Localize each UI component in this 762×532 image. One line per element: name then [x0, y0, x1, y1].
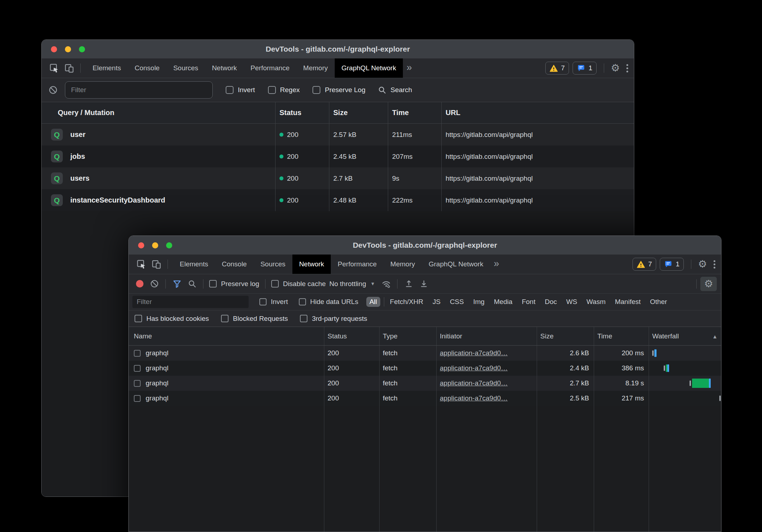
network-conditions-icon[interactable]: [380, 278, 392, 290]
tab-memory[interactable]: Memory: [384, 255, 422, 274]
query-row-user[interactable]: Quser2002.57 kB211mshttps://gitlab.com/a…: [42, 124, 634, 146]
tab-graphql-network[interactable]: GraphQL Network: [422, 255, 490, 274]
tab-console[interactable]: Console: [128, 58, 166, 78]
tab-network[interactable]: Network: [205, 58, 244, 78]
column-header-time[interactable]: Time: [388, 102, 442, 123]
more-options-icon[interactable]: [714, 260, 715, 269]
tab-memory[interactable]: Memory: [296, 58, 335, 78]
request-row[interactable]: graphql200fetchapplication-a7ca9d0…2.5 k…: [129, 391, 721, 406]
filter-type-ws[interactable]: WS: [566, 298, 577, 306]
filter-type-media[interactable]: Media: [494, 298, 513, 306]
import-har-icon[interactable]: [403, 278, 414, 290]
filter-type-fetch-xhr[interactable]: Fetch/XHR: [390, 298, 423, 306]
filter-funnel-icon[interactable]: [171, 278, 183, 290]
front-titlebar[interactable]: DevTools - gitlab.com/-/graphql-explorer: [129, 236, 721, 255]
messages-badge[interactable]: 1: [573, 62, 597, 75]
tab-performance[interactable]: Performance: [244, 58, 296, 78]
tab-sources[interactable]: Sources: [166, 58, 205, 78]
option-blocked-requests[interactable]: Blocked Requests: [221, 315, 288, 323]
more-options-icon[interactable]: [626, 64, 628, 72]
filter-type-css[interactable]: CSS: [450, 298, 464, 306]
query-row-users[interactable]: Qusers2002.7 kB9shttps://gitlab.com/api/…: [42, 167, 634, 189]
filter-type-img[interactable]: Img: [473, 298, 485, 306]
disable-cache-checkbox[interactable]: Disable cache: [271, 280, 326, 288]
initiator-link[interactable]: application-a7ca9d0…: [440, 349, 508, 357]
column-header-url[interactable]: URL: [442, 102, 634, 123]
filter-type-manifest[interactable]: Manifest: [615, 298, 641, 306]
request-row[interactable]: graphql200fetchapplication-a7ca9d0…2.4 k…: [129, 361, 721, 376]
query-size-cell: 2.57 kB: [329, 124, 388, 146]
zoom-button[interactable]: [79, 46, 85, 52]
filter-type-all[interactable]: All: [366, 297, 380, 307]
invert-checkbox[interactable]: Invert: [226, 86, 255, 94]
request-row[interactable]: graphql200fetchapplication-a7ca9d0…2.7 k…: [129, 376, 721, 391]
tab-console[interactable]: Console: [215, 255, 254, 274]
more-tabs-icon[interactable]: »: [494, 258, 499, 269]
zoom-button[interactable]: [166, 242, 172, 248]
clear-network-log-icon[interactable]: [149, 278, 160, 290]
back-titlebar[interactable]: DevTools - gitlab.com/-/graphql-explorer: [42, 40, 634, 58]
column-header-query-mutation[interactable]: Query / Mutation: [42, 102, 276, 123]
settings-gear-icon[interactable]: ⚙: [610, 62, 621, 74]
export-har-icon[interactable]: [418, 278, 429, 290]
regex-checkbox[interactable]: Regex: [268, 86, 300, 94]
column-header-initiator[interactable]: Initiator: [437, 327, 537, 345]
column-header-type[interactable]: Type: [380, 327, 437, 345]
settings-gear-icon[interactable]: ⚙: [697, 258, 708, 270]
column-header-status[interactable]: Status: [276, 102, 329, 123]
search-control[interactable]: Search: [377, 85, 412, 95]
filter-type-doc[interactable]: Doc: [545, 298, 557, 306]
minimize-button[interactable]: [65, 46, 71, 52]
query-row-jobs[interactable]: Qjobs2002.45 kB207mshttps://gitlab.com/a…: [42, 146, 634, 167]
tab-graphql-network[interactable]: GraphQL Network: [335, 58, 403, 78]
initiator-link[interactable]: application-a7ca9d0…: [440, 394, 508, 402]
tab-elements[interactable]: Elements: [173, 255, 215, 274]
request-checkbox[interactable]: [134, 350, 141, 357]
device-toolbar-icon[interactable]: [151, 258, 162, 270]
record-button[interactable]: [136, 280, 144, 288]
minimize-button[interactable]: [152, 242, 158, 248]
network-settings-gear-icon[interactable]: ⚙: [700, 277, 717, 291]
option-has-blocked-cookies[interactable]: Has blocked cookies: [135, 315, 209, 323]
query-row-instancesecuritydashboard[interactable]: QinstanceSecurityDashboard2002.48 kB222m…: [42, 189, 634, 211]
filter-type-font[interactable]: Font: [522, 298, 535, 306]
clear-icon[interactable]: [47, 84, 59, 96]
inspect-element-icon[interactable]: [136, 258, 147, 270]
more-tabs-icon[interactable]: »: [406, 62, 412, 73]
tab-elements[interactable]: Elements: [86, 58, 128, 78]
messages-badge[interactable]: 1: [660, 258, 684, 271]
request-checkbox[interactable]: [134, 380, 141, 387]
warnings-badge[interactable]: 7: [632, 258, 657, 271]
tab-performance[interactable]: Performance: [331, 255, 384, 274]
column-header-status[interactable]: Status: [324, 327, 380, 345]
throttling-select[interactable]: No throttling ▼: [329, 280, 375, 288]
initiator-link[interactable]: application-a7ca9d0…: [440, 364, 508, 372]
invert-checkbox[interactable]: Invert: [259, 298, 288, 306]
filter-type-other[interactable]: Other: [650, 298, 667, 306]
request-checkbox[interactable]: [134, 395, 141, 402]
initiator-link[interactable]: application-a7ca9d0…: [440, 379, 508, 387]
column-header-time[interactable]: Time: [594, 327, 649, 345]
filter-type-wasm[interactable]: Wasm: [587, 298, 606, 306]
inspect-element-icon[interactable]: [48, 62, 60, 74]
hide-data-urls-checkbox[interactable]: Hide data URLs: [299, 298, 358, 306]
close-button[interactable]: [138, 242, 144, 248]
network-filter-input[interactable]: [132, 296, 249, 308]
column-header-size[interactable]: Size: [537, 327, 594, 345]
filter-type-js[interactable]: JS: [433, 298, 441, 306]
filter-input[interactable]: [65, 81, 213, 99]
search-icon[interactable]: [186, 278, 198, 290]
request-checkbox[interactable]: [134, 365, 141, 372]
request-row[interactable]: graphql200fetchapplication-a7ca9d0…2.6 k…: [129, 346, 721, 361]
preserve-log-checkbox[interactable]: Preserve log: [209, 280, 259, 288]
option-3rd-party-requests[interactable]: 3rd-party requests: [300, 315, 367, 323]
column-header-size[interactable]: Size: [329, 102, 388, 123]
tab-sources[interactable]: Sources: [254, 255, 292, 274]
tab-network[interactable]: Network: [292, 255, 331, 274]
close-button[interactable]: [51, 46, 57, 52]
preserve-log-checkbox[interactable]: Preserve Log: [312, 86, 365, 94]
device-toolbar-icon[interactable]: [64, 62, 75, 74]
column-header-name[interactable]: Name: [129, 327, 324, 345]
warnings-badge[interactable]: 7: [545, 62, 569, 75]
column-header-waterfall[interactable]: Waterfall ▲: [649, 327, 721, 345]
